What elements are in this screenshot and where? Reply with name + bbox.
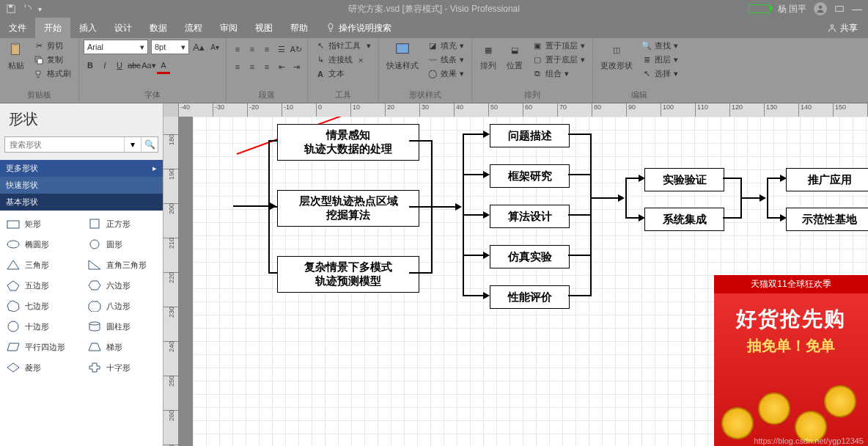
align-right-button[interactable]: ≡ [260, 60, 273, 73]
diagram-box[interactable]: 层次型轨迹热点区域挖掘算法 [277, 190, 419, 227]
diagram-box[interactable]: 复杂情景下多模式轨迹预测模型 [277, 256, 419, 293]
bold-button[interactable]: B [84, 59, 97, 72]
align-top-button[interactable]: ≡ [231, 43, 244, 56]
tab-home[interactable]: 开始 [35, 18, 70, 38]
user-name: 杨 国平 [778, 3, 806, 15]
minimize-icon[interactable]: — [852, 3, 862, 15]
shape-item[interactable]: 梯形 [81, 337, 163, 357]
shrink-font-button[interactable]: A▾ [208, 40, 221, 54]
shape-item[interactable]: 七边形 [0, 296, 81, 316]
shape-item[interactable]: 十字形 [81, 357, 163, 378]
diagram-box[interactable]: 算法设计 [490, 205, 570, 228]
tab-insert[interactable]: 插入 [70, 18, 106, 38]
shape-item[interactable]: 菱形 [0, 357, 81, 378]
tab-help[interactable]: 帮助 [282, 18, 317, 38]
format-painter-button[interactable]: 格式刷 [31, 67, 74, 80]
diagram-box[interactable]: 系统集成 [644, 208, 724, 231]
shape-item[interactable]: 椭圆形 [0, 234, 81, 255]
diagram-box[interactable]: 问题描述 [490, 124, 570, 147]
bullets-button[interactable]: ☰ [275, 43, 288, 56]
ad-overlay[interactable]: 天猫双11全球狂欢季 好货抢先购 抽免单！免单 [714, 275, 868, 446]
tab-view[interactable]: 视图 [246, 18, 282, 38]
align-left-button[interactable]: ≡ [231, 60, 244, 73]
quick-styles-button[interactable]: 快速样式 [383, 40, 422, 73]
line-button[interactable]: 〰线条▾ [424, 54, 467, 66]
front-icon: ▣ [532, 41, 542, 51]
font-name-combo[interactable]: Arial▾ [84, 40, 148, 54]
shape-item[interactable]: 五边形 [0, 275, 81, 296]
text-tool-button[interactable]: A文本 [312, 67, 374, 80]
align-center-button[interactable]: ≡ [246, 60, 259, 73]
ribbon-options-icon[interactable] [834, 4, 845, 14]
shape-item[interactable]: 六边形 [81, 275, 163, 296]
diagram-box[interactable]: 推广应用 [786, 168, 868, 191]
change-shape-button[interactable]: ◫更改形状 [597, 40, 636, 73]
italic-button[interactable]: I [98, 59, 111, 72]
svg-point-15 [89, 322, 100, 325]
diagram-box[interactable]: 示范性基地 [786, 208, 868, 231]
shape-item[interactable]: 十边形 [0, 316, 81, 337]
effects-button[interactable]: ◯效果▾ [424, 67, 467, 80]
fill-button[interactable]: ◪填充▾ [424, 40, 467, 52]
tab-process[interactable]: 流程 [176, 18, 211, 38]
diagram-box[interactable]: 仿真实验 [490, 245, 570, 268]
select-button[interactable]: ↖选择▾ [639, 67, 681, 80]
stencil-quick[interactable]: 快速形状 [0, 177, 163, 194]
strike-button[interactable]: abc [128, 59, 141, 72]
group-button[interactable]: ⧉组合▾ [529, 67, 588, 80]
search-icon[interactable]: 🔍 [141, 137, 158, 152]
align-bot-button[interactable]: ≡ [260, 43, 273, 56]
underline-button[interactable]: U [113, 59, 126, 72]
qat-dropdown-icon[interactable]: ▾ [38, 5, 42, 13]
position-button[interactable]: ⬓位置 [503, 40, 526, 73]
tell-me[interactable]: 操作说明搜索 [317, 18, 400, 38]
tab-data[interactable]: 数据 [141, 18, 176, 38]
copy-button[interactable]: 复制 [31, 54, 74, 66]
align-mid-button[interactable]: ≡ [246, 43, 259, 56]
text-effects-button[interactable]: Aa▾ [142, 59, 155, 72]
diagram-box[interactable]: 情景感知轨迹大数据的处理 [277, 124, 419, 161]
diagram-box[interactable]: 框架研究 [490, 164, 570, 188]
indent-dec-button[interactable]: ⇤ [275, 60, 288, 73]
connector-tool-button[interactable]: ↳连接线× [312, 54, 374, 66]
shape-item[interactable]: 八边形 [81, 296, 163, 316]
shape-item[interactable]: 平行四边形 [0, 337, 81, 357]
stencil-more[interactable]: 更多形状▸ [0, 160, 163, 177]
grow-font-button[interactable]: A▴ [192, 40, 205, 54]
cut-button[interactable]: ✂剪切 [31, 40, 74, 52]
send-back-button[interactable]: ▢置于底层▾ [529, 54, 588, 66]
undo-icon[interactable] [22, 4, 32, 14]
connector-icon: ↳ [315, 55, 326, 65]
font-color-button[interactable]: A [157, 59, 170, 74]
shape-item[interactable]: 直角三角形 [81, 255, 163, 275]
arrange-button[interactable]: ▦排列 [477, 40, 500, 73]
search-dropdown-icon[interactable]: ▾ [124, 137, 141, 152]
bring-front-button[interactable]: ▣置于顶层▾ [529, 40, 588, 52]
find-button[interactable]: 🔍查找▾ [639, 40, 681, 52]
paste-button[interactable]: 粘贴 [4, 40, 28, 73]
tab-review[interactable]: 审阅 [211, 18, 246, 38]
shape-item[interactable]: 圆柱形 [81, 316, 163, 337]
svg-rect-10 [7, 221, 19, 228]
layers-button[interactable]: ≣图层▾ [639, 54, 681, 66]
user-avatar-icon[interactable] [814, 2, 827, 15]
rotate-text-button[interactable]: A↻ [290, 43, 303, 56]
stencil-basic[interactable]: 基本形状 [0, 194, 163, 211]
canvas[interactable]: -40-30-20-100102030405060708090100110120… [163, 103, 868, 446]
shape-item[interactable]: 矩形 [0, 213, 81, 234]
shape-item[interactable]: 三角形 [0, 255, 81, 275]
tab-design[interactable]: 设计 [106, 18, 141, 38]
save-icon[interactable] [6, 4, 16, 14]
tab-file[interactable]: 文件 [0, 18, 35, 38]
font-size-combo[interactable]: 8pt▾ [151, 40, 189, 54]
ruler-corner [163, 103, 179, 117]
diagram-box[interactable]: 实验验证 [644, 168, 724, 191]
shape-item[interactable]: 正方形 [81, 213, 163, 234]
indent-inc-button[interactable]: ⇥ [290, 60, 303, 73]
shapes-search-input[interactable] [5, 138, 124, 151]
pointer-tool-button[interactable]: ↖指针工具▾ [312, 40, 374, 52]
share-button[interactable]: 共享 [817, 18, 868, 38]
shape-glyph-icon [87, 218, 102, 230]
diagram-box[interactable]: 性能评价 [490, 285, 570, 309]
shape-item[interactable]: 圆形 [81, 234, 163, 255]
